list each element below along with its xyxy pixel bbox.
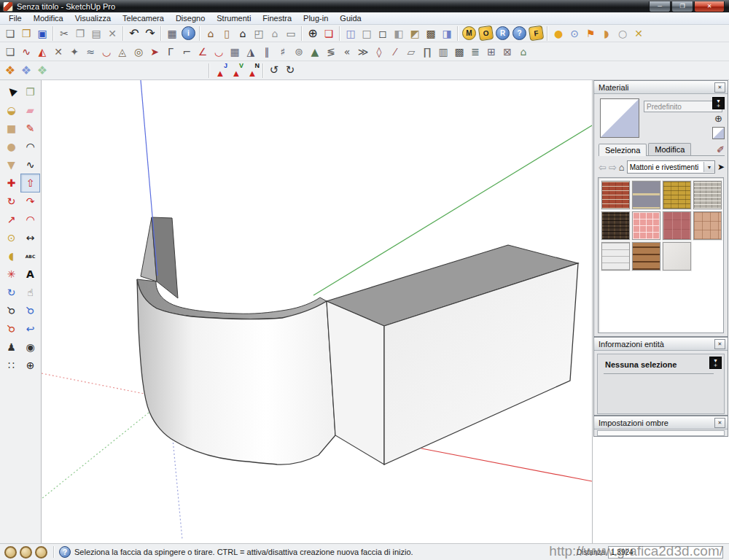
move-tool[interactable]: ✚ [1, 174, 21, 192]
sandbox-tool-icon[interactable]: ⊙ [566, 26, 582, 41]
freehand-tool[interactable]: ∿ [20, 155, 40, 174]
materials-close-icon[interactable]: ✕ [714, 82, 725, 93]
plugin-louver-icon[interactable]: ≣ [467, 44, 483, 59]
rotate-left-tool-icon[interactable]: ↺ [266, 63, 282, 78]
line-tool[interactable]: ✎ [20, 119, 40, 138]
back-arrow-icon[interactable]: ⇦ [599, 162, 607, 173]
tab-modifica[interactable]: Modifica [648, 143, 691, 155]
follow-me-tool[interactable]: ↷ [20, 192, 40, 211]
eraser-tool[interactable]: ▰ [20, 101, 40, 120]
plugin-frame-icon[interactable]: ∏ [419, 44, 435, 59]
smoove-tool-icon[interactable]: ◗ [599, 26, 615, 41]
texture-brick-dark[interactable] [601, 211, 630, 240]
plugin-dome-icon[interactable]: ⊚ [291, 44, 307, 59]
plugin-grid-box-icon[interactable]: ▦ [227, 44, 243, 59]
style-monochrome-icon[interactable]: ◨ [439, 26, 455, 41]
save-icon[interactable]: ▣ [34, 26, 50, 41]
stamp-tool-icon[interactable]: ✕ [631, 26, 647, 41]
menu-visualizza[interactable]: Visualizza [69, 13, 117, 23]
texture-planks-brown[interactable] [632, 242, 660, 271]
texture-brick-grey-white[interactable] [693, 181, 722, 209]
arc-tool[interactable]: ◠ [20, 137, 40, 156]
compass-views-icon[interactable]: ⊕ [305, 26, 321, 41]
axis-v-tool-icon[interactable]: ▲V [228, 63, 244, 78]
rotate-tool[interactable]: ↻ [1, 192, 21, 211]
credits-icon[interactable] [35, 546, 47, 559]
collection-dropdown[interactable]: Mattoni e rivestimenti ▼ [627, 160, 715, 174]
protractor-tool[interactable]: ◖ [1, 246, 21, 265]
rotate-right-tool-icon[interactable]: ↻ [282, 63, 298, 78]
texture-stucco-white[interactable] [663, 242, 691, 271]
plugin-stairs-a-icon[interactable]: ≶ [323, 44, 339, 59]
push-pull-tool[interactable]: ⇧ [20, 174, 40, 192]
menu-disegno[interactable]: Disegno [170, 13, 211, 23]
menu-plug-in[interactable]: Plug-in [297, 13, 334, 23]
entity-pane-icon[interactable]: ▾＋ [709, 357, 722, 369]
plugin-cross-lines-icon[interactable]: ✕ [50, 44, 66, 59]
view-iso-house-icon[interactable]: ⌂ [203, 26, 219, 41]
claim-credit-icon[interactable] [20, 546, 32, 559]
geolocation-icon[interactable] [4, 546, 17, 559]
texture-pavers-rose[interactable] [663, 211, 691, 240]
view-top-house-icon[interactable]: ⌂ [267, 26, 283, 41]
previous-view-tool[interactable]: ↩ [20, 319, 40, 338]
title-bar[interactable]: Senza titolo - SketchUp Pro ─ ❐ ✕ [0, 0, 729, 12]
model-viewport[interactable] [42, 80, 592, 543]
secondary-pane-icon[interactable]: ▾＋ [712, 97, 725, 109]
3d-text-tool[interactable]: A [20, 265, 40, 284]
plugin-window-grid-icon[interactable]: ⊞ [483, 44, 499, 59]
style-shaded-textures-icon[interactable]: ◩ [407, 26, 423, 41]
axes-tool[interactable]: ✳ [1, 265, 21, 284]
new-icon[interactable]: ❏ [2, 26, 18, 41]
corner-cube-green-icon[interactable]: ❖ [34, 63, 50, 78]
entity-panel-header[interactable]: Informazioni entità ✕ [594, 338, 728, 351]
plugin-truss-icon[interactable]: ⊠ [499, 44, 515, 59]
plugin-roof-house-icon[interactable]: ⌂ [515, 44, 531, 59]
shadows-close-icon[interactable]: ✕ [714, 418, 725, 428]
materials-panel-header[interactable]: Materiali ✕ [594, 81, 728, 94]
plugin-lattice-icon[interactable]: ▥ [435, 44, 451, 59]
menu-modifica[interactable]: Modifica [28, 13, 69, 23]
badge-f-icon[interactable]: F [529, 26, 544, 41]
plugin-ramp-icon[interactable]: ⁄ [387, 44, 403, 59]
plugin-pillars-icon[interactable]: ∥ [259, 44, 275, 59]
style-wireframe-icon[interactable]: □ [359, 26, 375, 41]
material-name-field[interactable] [644, 101, 722, 112]
redo-icon[interactable]: ↷ [142, 26, 158, 41]
copy-icon[interactable]: ❐ [72, 26, 88, 41]
plugin-sail-icon[interactable]: ◮ [243, 44, 259, 59]
texture-brick-red[interactable] [601, 181, 630, 209]
plugin-corner-l-icon[interactable]: Γ [163, 44, 179, 59]
sample-paint-icon[interactable]: ✐ [717, 144, 725, 155]
plugin-panel-icon[interactable]: ▱ [403, 44, 419, 59]
sphere-tool-icon[interactable]: ● [550, 26, 566, 41]
box-left-face[interactable] [327, 301, 384, 464]
print-icon[interactable]: ▦ [164, 26, 180, 41]
model-info-icon[interactable]: i [182, 26, 195, 40]
shadows-panel-header[interactable]: Impostazioni ombre ✕ [594, 416, 728, 429]
help-question-icon[interactable]: ? [59, 546, 71, 558]
make-component-tool[interactable]: ❐ [20, 82, 40, 101]
pan-tool[interactable]: ☝ [20, 283, 40, 302]
orbit-tool[interactable]: ↻ [1, 283, 21, 302]
corner-cube-orange-icon[interactable]: ❖ [2, 63, 18, 78]
select-tool[interactable]: ▶ [1, 82, 21, 101]
plugin-curve-icon[interactable]: ◡ [211, 44, 227, 59]
view-front-house-icon[interactable]: ⌂ [235, 26, 251, 41]
plugin-gem-icon[interactable]: ◊ [371, 44, 387, 59]
walk-tool[interactable]: ∷ [1, 356, 21, 375]
zoom-extents-tool[interactable]: ⚲ [1, 319, 21, 338]
create-material-icon[interactable]: ⊕ [713, 112, 725, 124]
section-plane-icon[interactable]: ❏ [321, 26, 337, 41]
plugin-angle-icon[interactable]: ∠ [195, 44, 211, 59]
rectangle-tool[interactable]: ■ [1, 119, 21, 138]
plugin-hatch-icon[interactable]: ▩ [451, 44, 467, 59]
view-door-icon[interactable]: ▯ [219, 26, 235, 41]
entity-close-icon[interactable]: ✕ [714, 339, 725, 349]
plugin-knot-icon[interactable]: ◎ [130, 44, 147, 59]
close-button[interactable]: ✕ [694, 1, 725, 12]
texture-stone-grey-blocks[interactable] [632, 181, 660, 209]
plugin-fence-icon[interactable]: ♯ [275, 44, 291, 59]
open-icon[interactable]: ❒ [18, 26, 34, 41]
offset-tool[interactable]: ◠ [20, 210, 40, 229]
